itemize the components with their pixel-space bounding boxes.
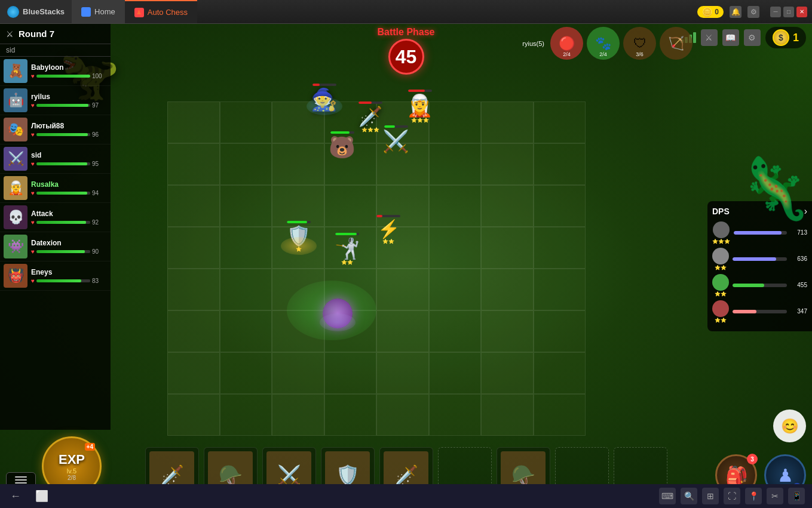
cell-5-5[interactable] — [376, 269, 429, 310]
hp-container-5: ♥ 92 — [31, 219, 107, 226]
cell-1-1[interactable] — [167, 101, 220, 143]
zoom-button[interactable]: 🔍 — [681, 488, 697, 504]
cell-6-3[interactable] — [272, 310, 324, 352]
hp-value-6: 90 — [92, 248, 107, 255]
cell-3-4[interactable] — [324, 185, 377, 227]
player-list-item-7[interactable]: 👹 Eneys ♥ 83 — [0, 261, 111, 291]
cell-5-1[interactable] — [167, 269, 220, 310]
cell-3-8[interactable] — [534, 185, 586, 227]
screen-button[interactable]: ⊞ — [702, 488, 719, 504]
cell-6-8[interactable] — [534, 310, 586, 352]
enemy-unit-3[interactable]: 🧝 ⭐⭐⭐ — [406, 90, 433, 123]
cell-7-5[interactable] — [376, 352, 429, 394]
cell-3-1[interactable] — [167, 185, 220, 227]
player-list-item-4[interactable]: 🧝 Rusalka ♥ 94 — [0, 174, 111, 203]
chat-button[interactable]: 😊 — [773, 410, 806, 442]
gear-icon[interactable]: ⚙ — [744, 29, 761, 46]
scissors-button[interactable]: ✂ — [767, 488, 783, 504]
cell-1-8[interactable] — [534, 101, 586, 143]
settings-icon[interactable]: ⚙ — [747, 6, 759, 18]
cell-1-2[interactable] — [220, 101, 272, 143]
book-icon[interactable]: 📖 — [722, 29, 739, 46]
back-button[interactable]: ← — [7, 488, 24, 504]
synergy-item-extra: 🏹 — [660, 27, 693, 60]
cell-4-2[interactable] — [220, 227, 272, 269]
friendly-unit-2-hp-bar — [335, 233, 359, 235]
enemy-unit-2[interactable]: 🗡️ ⭐⭐⭐ — [358, 101, 382, 133]
cell-2-2[interactable] — [220, 143, 272, 185]
home-tab[interactable]: Home — [72, 0, 125, 23]
minimize-button[interactable]: ─ — [770, 7, 781, 17]
player-list-item-1[interactable]: 🤖 ryilus ♥ 97 — [0, 86, 111, 115]
hp-value-4: 94 — [92, 190, 107, 196]
cell-8-5[interactable] — [376, 394, 429, 436]
keyboard-button[interactable]: ⌨ — [659, 488, 676, 504]
pin-button[interactable]: 📍 — [745, 488, 762, 504]
cell-5-3[interactable] — [272, 269, 324, 310]
dps-expand-arrow[interactable]: › — [804, 206, 807, 217]
expand-button[interactable]: ⛶ — [724, 488, 740, 504]
cell-6-2[interactable] — [220, 310, 272, 352]
enemy-unit-1[interactable]: 🧙 — [311, 84, 338, 112]
friendly-unit-2[interactable]: 🤺 ⭐⭐ — [335, 233, 360, 265]
home-tab-label: Home — [94, 7, 115, 16]
tools-icon[interactable]: ⚔ — [701, 29, 718, 46]
cell-1-7[interactable] — [481, 101, 534, 143]
cell-6-7[interactable] — [481, 310, 534, 352]
cell-6-1[interactable] — [167, 310, 220, 352]
enemy-unit-4[interactable]: 🐻 — [329, 131, 356, 160]
dps-rows-container: ⭐⭐⭐ 713 ⭐⭐ 636 ⭐⭐ 455 — [712, 221, 807, 323]
cell-6-5[interactable] — [376, 310, 429, 352]
cell-8-6[interactable] — [429, 394, 482, 436]
player-name-0: Babyloon — [31, 63, 107, 72]
cell-7-6[interactable] — [429, 352, 482, 394]
cell-8-1[interactable] — [167, 394, 220, 436]
cell-7-1[interactable] — [167, 352, 220, 394]
cell-8-7[interactable] — [481, 394, 534, 436]
autochess-tab[interactable]: ♟ Auto Chess — [125, 0, 197, 23]
cell-2-7[interactable] — [481, 143, 534, 185]
cell-5-7[interactable] — [481, 269, 534, 310]
cell-1-6[interactable] — [429, 101, 482, 143]
player-list-item-5[interactable]: 💀 Attack ♥ 92 — [0, 203, 111, 232]
enemy-unit-5[interactable]: ⚔️ — [382, 125, 409, 154]
dps-bar-fill-3 — [733, 310, 756, 313]
close-button[interactable]: ✕ — [796, 7, 807, 17]
cell-2-1[interactable] — [167, 143, 220, 185]
cell-3-6[interactable] — [429, 185, 482, 227]
cell-5-2[interactable] — [220, 269, 272, 310]
cell-7-8[interactable] — [534, 352, 586, 394]
cell-2-3[interactable] — [272, 143, 324, 185]
phone-button[interactable]: 📱 — [788, 488, 805, 504]
cell-7-4[interactable] — [324, 352, 377, 394]
cell-7-7[interactable] — [481, 352, 534, 394]
cell-2-8[interactable] — [534, 143, 586, 185]
cell-8-4[interactable] — [324, 394, 377, 436]
maximize-button[interactable]: □ — [783, 7, 794, 17]
player-list-item-3[interactable]: ⚔️ sid ♥ 95 — [0, 144, 111, 174]
cell-4-6[interactable] — [429, 227, 482, 269]
notification-icon[interactable]: 🔔 — [730, 6, 741, 18]
cell-7-2[interactable] — [220, 352, 272, 394]
player-list-item-6[interactable]: 👾 Datexion ♥ 90 — [0, 232, 111, 261]
home-button[interactable]: ⬜ — [33, 488, 50, 504]
cell-4-1[interactable] — [167, 227, 220, 269]
exp-progress: 2/8 — [68, 475, 76, 481]
cell-4-7[interactable] — [481, 227, 534, 269]
cell-5-6[interactable] — [429, 269, 482, 310]
cell-8-2[interactable] — [220, 394, 272, 436]
cell-7-3[interactable] — [272, 352, 324, 394]
cell-6-6[interactable] — [429, 310, 482, 352]
friendly-unit-3[interactable]: ⚡ ⭐⭐ — [376, 215, 400, 244]
cell-5-8[interactable] — [534, 269, 586, 310]
player-list-item-2[interactable]: 🎭 Лютый88 ♥ 96 — [0, 115, 111, 144]
cell-8-3[interactable] — [272, 394, 324, 436]
cell-4-8[interactable] — [534, 227, 586, 269]
cell-8-8[interactable] — [534, 394, 586, 436]
cell-3-2[interactable] — [220, 185, 272, 227]
friendly-unit-1[interactable]: 🛡️ ⭐ — [287, 221, 311, 252]
cell-2-6[interactable] — [429, 143, 482, 185]
player-list-item-0[interactable]: 🧸 Babyloon ♥ 100 — [0, 57, 111, 86]
cell-3-7[interactable] — [481, 185, 534, 227]
hp-bar-fill-3 — [36, 162, 88, 165]
